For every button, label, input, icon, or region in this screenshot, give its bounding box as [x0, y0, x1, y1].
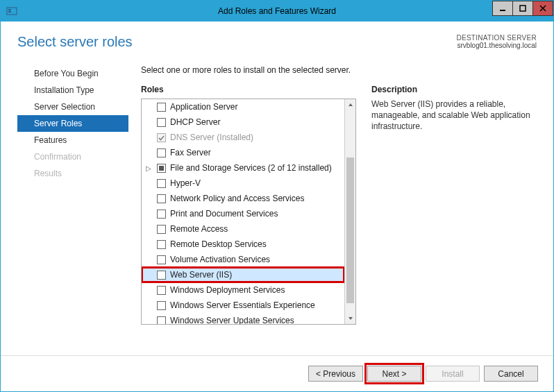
scroll-track[interactable]: [345, 110, 355, 313]
role-row-6[interactable]: Network Policy and Access Services: [142, 191, 344, 206]
role-row-2: DNS Server (Installed): [142, 130, 344, 145]
role-row-1[interactable]: DHCP Server: [142, 114, 344, 130]
center-panel: Select one or more roles to install on t…: [128, 65, 537, 325]
description-heading: Description: [371, 85, 537, 94]
role-label: Fax Server: [170, 148, 211, 157]
role-label: Volume Activation Services: [170, 255, 270, 264]
description-text: Web Server (IIS) provides a reliable, ma…: [371, 99, 537, 133]
wizard-sidebar: Before You BeginInstallation TypeServer …: [17, 65, 128, 325]
role-checkbox: [157, 133, 166, 142]
role-label: Print and Document Services: [170, 209, 278, 219]
sidebar-item-2[interactable]: Server Selection: [17, 99, 128, 115]
destination-info: DESTINATION SERVER srvblog01.thesolving.…: [456, 34, 537, 49]
role-row-3[interactable]: Fax Server: [142, 145, 344, 160]
role-checkbox[interactable]: [157, 118, 166, 127]
window-title: Add Roles and Features Wizard: [1, 6, 553, 16]
role-row-10[interactable]: Volume Activation Services: [142, 252, 344, 267]
role-checkbox[interactable]: [157, 194, 166, 203]
role-row-7[interactable]: Print and Document Services: [142, 206, 344, 221]
role-checkbox[interactable]: [157, 301, 166, 310]
svg-rect-1: [8, 9, 11, 10]
role-row-4[interactable]: ▷File and Storage Services (2 of 12 inst…: [142, 160, 344, 176]
scroll-up-button[interactable]: [345, 99, 355, 110]
next-button[interactable]: Next >: [367, 366, 421, 382]
role-row-8[interactable]: Remote Access: [142, 221, 344, 237]
role-label: Remote Desktop Services: [170, 239, 267, 249]
role-checkbox[interactable]: [157, 164, 166, 173]
install-button: Install: [426, 366, 480, 382]
role-checkbox[interactable]: [157, 271, 166, 280]
role-checkbox[interactable]: [157, 286, 166, 295]
role-row-11[interactable]: Web Server (IIS): [142, 267, 344, 282]
role-row-12[interactable]: Windows Deployment Services: [142, 282, 344, 298]
sidebar-item-3[interactable]: Server Roles: [17, 115, 128, 132]
role-label: Windows Server Essentials Experience: [170, 300, 315, 310]
role-checkbox[interactable]: [157, 225, 166, 234]
instruction-text: Select one or more roles to install on t…: [141, 65, 537, 75]
role-label: Windows Deployment Services: [170, 285, 285, 295]
titlebar: Add Roles and Features Wizard: [1, 1, 553, 22]
role-row-0[interactable]: Application Server: [142, 99, 344, 114]
role-row-5[interactable]: Hyper-V: [142, 176, 344, 191]
wizard-window: Add Roles and Features Wizard Select ser…: [0, 0, 554, 392]
role-row-13[interactable]: Windows Server Essentials Experience: [142, 298, 344, 313]
role-label: Network Policy and Access Services: [170, 194, 304, 203]
main-columns: Before You BeginInstallation TypeServer …: [17, 65, 537, 325]
role-label: File and Storage Services (2 of 12 insta…: [170, 163, 332, 173]
content-area: Select server roles DESTINATION SERVER s…: [1, 22, 553, 355]
roles-heading: Roles: [141, 85, 356, 94]
role-label: DHCP Server: [170, 117, 220, 127]
role-label: Remote Access: [170, 224, 228, 234]
sidebar-item-4[interactable]: Features: [17, 132, 128, 148]
role-checkbox[interactable]: [157, 210, 166, 219]
roles-description-columns: Roles Application ServerDHCP ServerDNS S…: [141, 85, 537, 325]
expand-icon[interactable]: ▷: [144, 164, 153, 172]
app-icon: [6, 6, 17, 17]
scroll-thumb[interactable]: [346, 157, 354, 303]
role-checkbox[interactable]: [157, 179, 166, 188]
roles-column: Roles Application ServerDHCP ServerDNS S…: [141, 85, 356, 325]
svg-rect-2: [8, 11, 11, 12]
cancel-button[interactable]: Cancel: [484, 366, 538, 382]
role-label: Hyper-V: [170, 178, 201, 188]
minimize-button[interactable]: [492, 1, 513, 16]
role-label: Web Server (IIS): [170, 270, 232, 280]
maximize-button[interactable]: [512, 1, 533, 16]
destination-value: srvblog01.thesolving.local: [456, 42, 537, 49]
previous-button[interactable]: < Previous: [308, 366, 363, 382]
close-button[interactable]: [532, 1, 553, 16]
role-label: DNS Server (Installed): [170, 133, 253, 142]
page-title: Select server roles: [17, 34, 133, 50]
role-checkbox[interactable]: [157, 240, 166, 249]
scrollbar[interactable]: [344, 99, 355, 324]
window-buttons: [493, 1, 553, 16]
svg-rect-4: [520, 6, 526, 11]
scroll-down-button[interactable]: [345, 313, 355, 324]
role-checkbox[interactable]: [157, 148, 166, 157]
header-row: Select server roles DESTINATION SERVER s…: [17, 34, 537, 50]
sidebar-item-1[interactable]: Installation Type: [17, 82, 128, 99]
role-checkbox[interactable]: [157, 103, 166, 112]
role-label: Application Server: [170, 102, 237, 112]
description-column: Description Web Server (IIS) provides a …: [371, 85, 537, 325]
role-row-14[interactable]: Windows Server Update Services: [142, 313, 344, 324]
role-label: Windows Server Update Services: [170, 316, 294, 324]
roles-listbox[interactable]: Application ServerDHCP ServerDNS Server …: [141, 99, 356, 325]
roles-list-inner: Application ServerDHCP ServerDNS Server …: [142, 99, 344, 324]
role-row-9[interactable]: Remote Desktop Services: [142, 237, 344, 252]
sidebar-item-6: Results: [17, 165, 128, 182]
destination-label: DESTINATION SERVER: [456, 34, 537, 42]
role-checkbox[interactable]: [157, 255, 166, 264]
sidebar-item-5: Confirmation: [17, 148, 128, 165]
sidebar-item-0[interactable]: Before You Begin: [17, 65, 128, 82]
footer: < Previous Next > Install Cancel: [1, 355, 553, 391]
role-checkbox[interactable]: [157, 316, 166, 325]
